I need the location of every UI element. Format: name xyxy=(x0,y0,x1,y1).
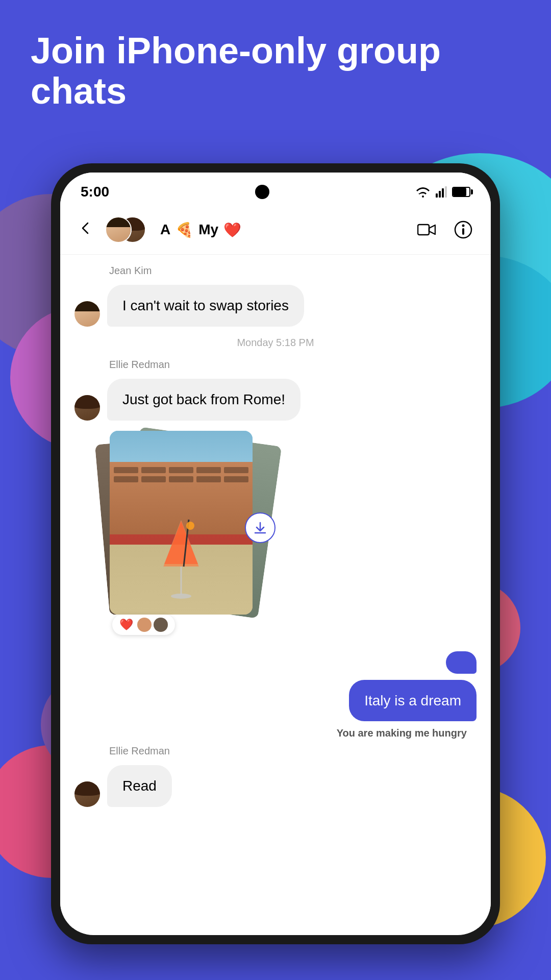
phone-frame: 5:00 xyxy=(51,163,500,944)
svg-point-7 xyxy=(462,225,465,227)
message-row-1: I can't wait to swap stories xyxy=(74,285,477,327)
battery-icon xyxy=(452,187,470,197)
heart-reaction: ❤️ xyxy=(119,618,133,631)
nav-actions xyxy=(415,218,474,241)
svg-rect-2 xyxy=(442,188,444,198)
signal-icon xyxy=(436,186,447,198)
bubble-4 xyxy=(446,651,477,674)
sender-label-ellie-2: Ellie Redman xyxy=(74,745,477,757)
sender-label-ellie: Ellie Redman xyxy=(74,359,477,371)
svg-rect-0 xyxy=(436,193,438,198)
message-row-4 xyxy=(446,651,477,674)
message-row-6: Read xyxy=(74,765,477,807)
bubble-2: Just got back from Rome! xyxy=(107,379,300,421)
info-button[interactable] xyxy=(452,218,474,241)
sender-label-jean: Jean Kim xyxy=(74,265,477,277)
download-button[interactable] xyxy=(245,512,276,543)
message-row-2: Just got back from Rome! xyxy=(74,379,477,421)
rome-scene xyxy=(110,431,253,615)
ellie-avatar-1 xyxy=(74,395,100,421)
bubble-5: Italy is a dream xyxy=(349,680,477,722)
svg-rect-6 xyxy=(462,228,464,235)
reactions-bar: ❤️ xyxy=(112,615,175,635)
status-time: 5:00 xyxy=(81,184,109,200)
status-bar: 5:00 xyxy=(60,173,491,205)
outgoing-group: Italy is a dream You are making me hungr… xyxy=(74,651,477,740)
jean-avatar xyxy=(74,301,100,327)
chat-area: Jean Kim I can't wait to swap stories Mo… xyxy=(60,255,491,928)
message-row-5: Italy is a dream xyxy=(349,680,477,722)
svg-rect-4 xyxy=(418,225,429,235)
reaction-avatar-2 xyxy=(154,618,168,632)
bubble-1: I can't wait to swap stories xyxy=(107,285,304,327)
photo-main[interactable] xyxy=(110,431,253,615)
group-name-text-2: My xyxy=(198,222,218,238)
back-button[interactable] xyxy=(77,218,95,241)
nav-bar: A 🍕 My ❤️ xyxy=(60,205,491,255)
ellie-avatar-2 xyxy=(74,781,100,807)
group-name: A 🍕 My ❤️ xyxy=(160,222,405,238)
group-avatars xyxy=(105,213,150,246)
avatar-1 xyxy=(105,216,132,243)
camera-dot xyxy=(255,185,269,199)
video-call-button[interactable] xyxy=(415,218,438,241)
reaction-avatar-1 xyxy=(137,618,152,632)
photo-stack: ❤️ xyxy=(107,431,265,625)
phone-screen: 5:00 xyxy=(60,173,491,935)
photo-container: ❤️ xyxy=(107,431,477,625)
svg-rect-3 xyxy=(445,186,447,198)
pizza-emoji: 🍕 xyxy=(176,222,193,238)
read-receipt: You are making me hungry xyxy=(337,727,477,739)
svg-point-13 xyxy=(186,522,194,530)
read-label: You are making me hungry xyxy=(337,727,467,739)
timestamp-1: Monday 5:18 PM xyxy=(74,337,477,349)
status-icons xyxy=(415,186,470,198)
wifi-icon xyxy=(415,186,431,198)
svg-rect-1 xyxy=(439,191,441,198)
headline: Join iPhone-only group chats xyxy=(31,31,520,111)
svg-point-12 xyxy=(171,594,191,599)
group-name-text: A xyxy=(160,222,170,238)
heart-emoji: ❤️ xyxy=(223,222,241,238)
reaction-avatars xyxy=(137,618,168,632)
bubble-6: Read xyxy=(107,765,172,807)
